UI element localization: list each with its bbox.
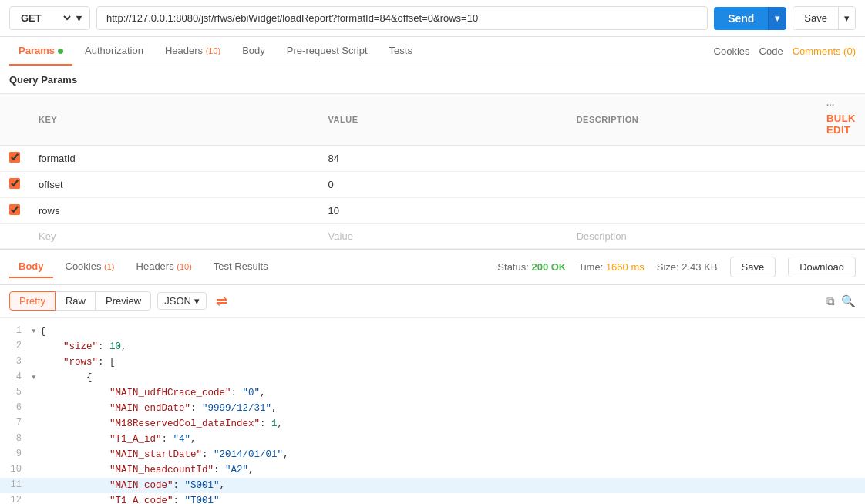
- json-line: 10 "MAIN_headcountId": "A2",: [0, 462, 865, 478]
- line-content: "rows": [: [40, 354, 116, 370]
- line-number: 3: [6, 354, 31, 369]
- more-icon[interactable]: ···: [826, 100, 835, 109]
- tab-prerequest[interactable]: Pre-request Script: [278, 37, 377, 66]
- param-key-rows[interactable]: rows: [29, 198, 319, 224]
- view-button-group: Pretty Raw Preview: [9, 291, 151, 311]
- format-chevron-icon: ▾: [194, 295, 200, 307]
- tab-params[interactable]: Params: [9, 37, 72, 66]
- actions-column-header: ··· Bulk Edit: [817, 94, 865, 146]
- json-line: 1▾{: [0, 324, 865, 339]
- json-line: 5 "MAIN_udfHCrace_code": "0",: [0, 385, 865, 401]
- tab-body[interactable]: Body: [233, 37, 274, 66]
- key-column-header: KEY: [29, 94, 319, 146]
- response-bar: Body Cookies (1) Headers (10) Test Resul…: [0, 249, 865, 285]
- param-value-placeholder[interactable]: Value: [319, 224, 567, 249]
- json-line: 8 "T1_A_id": "4",: [0, 432, 865, 447]
- line-content: "MAIN_headcountId": "A2",: [40, 462, 254, 478]
- json-line: 3 "rows": [: [0, 354, 865, 370]
- param-check-offset[interactable]: [0, 172, 29, 198]
- send-dropdown-button[interactable]: ▾: [768, 7, 786, 30]
- param-value-offset[interactable]: 0: [319, 172, 567, 198]
- format-selector[interactable]: JSON ▾: [157, 292, 207, 310]
- view-btn-raw[interactable]: Raw: [56, 291, 96, 311]
- param-key-offset[interactable]: offset: [29, 172, 319, 198]
- params-dot: [58, 49, 63, 54]
- tab-tests[interactable]: Tests: [380, 37, 422, 66]
- line-content: {: [40, 324, 46, 339]
- json-line: 6 "MAIN_endDate": "9999/12/31",: [0, 401, 865, 416]
- param-actions-new: [817, 224, 865, 249]
- param-check-rows[interactable]: [0, 198, 29, 224]
- line-number: 6: [6, 401, 31, 415]
- code-link[interactable]: Code: [759, 45, 783, 57]
- copy-icon[interactable]: ⧉: [826, 294, 835, 308]
- param-key-placeholder[interactable]: Key: [29, 224, 319, 249]
- param-desc-offset[interactable]: [567, 172, 817, 198]
- response-tab-group: Body Cookies (1) Headers (10) Test Resul…: [9, 256, 278, 278]
- check-column-header: [0, 94, 29, 146]
- params-table: KEY VALUE DESCRIPTION ··· Bulk Edit: [0, 94, 865, 249]
- json-line: 4▾ {: [0, 370, 865, 385]
- save-button[interactable]: Save: [793, 7, 838, 29]
- search-icon[interactable]: 🔍: [841, 294, 856, 308]
- fold-arrow[interactable]: ▾: [31, 370, 40, 385]
- cookies-link[interactable]: Cookies: [714, 45, 750, 57]
- resp-tab-headers[interactable]: Headers (10): [127, 256, 201, 278]
- view-btn-preview[interactable]: Preview: [96, 291, 151, 311]
- param-row-formatid: formatId 84: [0, 146, 865, 172]
- line-content: "T1_A_id": "4",: [40, 432, 197, 447]
- json-scroll[interactable]: 1▾{2 "size": 10,3 "rows": [4▾ {5 "MAIN_u…: [0, 318, 865, 504]
- param-row-offset: offset 0: [0, 172, 865, 198]
- body-controls: Pretty Raw Preview JSON ▾ ⇌ ⧉ 🔍: [0, 285, 865, 318]
- send-button-group: Send ▾: [714, 7, 786, 30]
- response-meta: Status: 200 OK Time: 1660 ms Size: 2.43 …: [497, 257, 856, 277]
- top-section: GET POST PUT DELETE PATCH ▾ Send ▾ Save …: [0, 0, 865, 66]
- params-section: Query Params KEY VALUE DESCRIPTION ··· B…: [0, 66, 865, 249]
- param-check-new: [0, 224, 29, 249]
- method-chevron-icon: ▾: [76, 12, 82, 24]
- tab-headers[interactable]: Headers (10): [156, 37, 230, 66]
- param-check-formatid[interactable]: [0, 146, 29, 172]
- tab-authorization[interactable]: Authorization: [76, 37, 153, 66]
- line-content: "MAIN_endDate": "9999/12/31",: [40, 401, 278, 416]
- desc-column-header: DESCRIPTION: [567, 94, 817, 146]
- wrap-icon[interactable]: ⇌: [216, 293, 227, 310]
- json-line: 11 "MAIN_code": "S001",: [0, 478, 865, 493]
- line-number: 9: [6, 447, 31, 462]
- url-input[interactable]: [96, 6, 708, 30]
- line-number: 8: [6, 432, 31, 446]
- response-download-button[interactable]: Download: [788, 257, 856, 277]
- method-selector[interactable]: GET POST PUT DELETE PATCH ▾: [9, 6, 90, 30]
- format-label: JSON: [164, 295, 191, 307]
- query-params-title: Query Params: [0, 66, 865, 94]
- fold-arrow[interactable]: ▾: [31, 324, 40, 339]
- resp-tab-test-results[interactable]: Test Results: [204, 256, 278, 278]
- param-key-formatid[interactable]: formatId: [29, 146, 319, 172]
- comments-link[interactable]: Comments (0): [793, 45, 856, 57]
- param-desc-rows[interactable]: [567, 198, 817, 224]
- send-button[interactable]: Send: [714, 7, 768, 30]
- json-line: 9 "MAIN_startDate": "2014/01/01",: [0, 447, 865, 462]
- response-save-button[interactable]: Save: [730, 257, 776, 277]
- save-dropdown-button[interactable]: ▾: [838, 7, 855, 29]
- param-desc-formatid[interactable]: [567, 146, 817, 172]
- status-label: Status: 200 OK: [497, 261, 566, 273]
- line-content: "MAIN_udfHCrace_code": "0",: [40, 385, 266, 401]
- param-desc-placeholder[interactable]: Description: [567, 224, 817, 249]
- body-icons: ⧉ 🔍: [826, 294, 856, 308]
- resp-headers-badge: (10): [177, 262, 192, 271]
- param-value-rows[interactable]: 10: [319, 198, 567, 224]
- bulk-edit-link[interactable]: Bulk Edit: [826, 109, 856, 139]
- param-actions-offset: [817, 172, 865, 198]
- size-label: Size: 2.43 KB: [657, 261, 718, 273]
- line-number: 11: [6, 478, 31, 492]
- view-btn-pretty[interactable]: Pretty: [9, 291, 56, 311]
- param-value-formatid[interactable]: 84: [319, 146, 567, 172]
- resp-tab-body[interactable]: Body: [9, 256, 53, 278]
- line-number: 12: [6, 493, 31, 504]
- param-row-rows: rows 10: [0, 198, 865, 224]
- line-number: 4: [6, 370, 31, 385]
- resp-tab-cookies[interactable]: Cookies (1): [56, 256, 124, 278]
- line-content: "M18ReservedCol_dataIndex": 1,: [40, 416, 283, 432]
- method-dropdown[interactable]: GET POST PUT DELETE PATCH: [18, 12, 73, 25]
